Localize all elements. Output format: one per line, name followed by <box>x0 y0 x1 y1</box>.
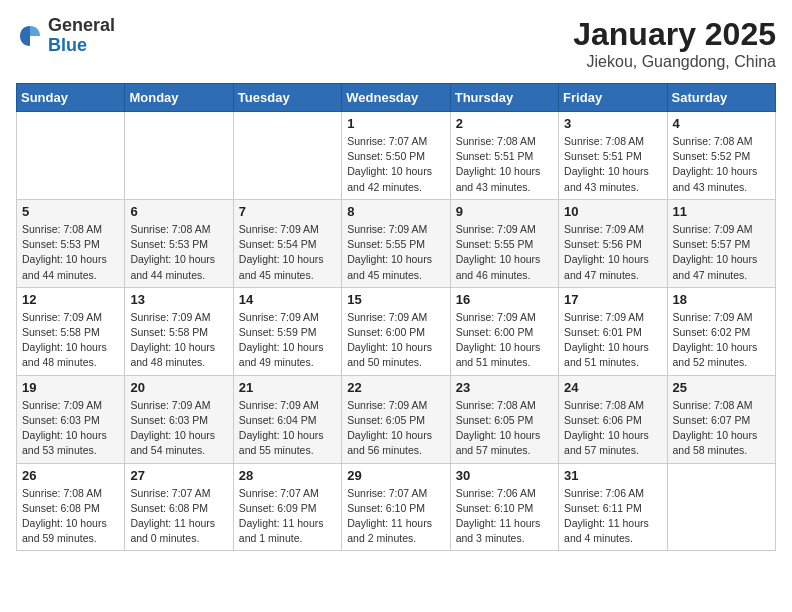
calendar-cell: 31Sunrise: 7:06 AM Sunset: 6:11 PM Dayli… <box>559 463 667 551</box>
day-number: 11 <box>673 204 770 219</box>
day-info: Sunrise: 7:09 AM Sunset: 5:55 PM Dayligh… <box>456 222 553 283</box>
calendar-cell: 30Sunrise: 7:06 AM Sunset: 6:10 PM Dayli… <box>450 463 558 551</box>
calendar-cell <box>17 112 125 200</box>
day-number: 1 <box>347 116 444 131</box>
day-info: Sunrise: 7:08 AM Sunset: 5:53 PM Dayligh… <box>22 222 119 283</box>
day-info: Sunrise: 7:08 AM Sunset: 6:06 PM Dayligh… <box>564 398 661 459</box>
day-number: 4 <box>673 116 770 131</box>
day-info: Sunrise: 7:09 AM Sunset: 5:57 PM Dayligh… <box>673 222 770 283</box>
day-number: 8 <box>347 204 444 219</box>
day-number: 13 <box>130 292 227 307</box>
calendar-cell: 6Sunrise: 7:08 AM Sunset: 5:53 PM Daylig… <box>125 199 233 287</box>
day-info: Sunrise: 7:09 AM Sunset: 6:01 PM Dayligh… <box>564 310 661 371</box>
calendar-cell: 23Sunrise: 7:08 AM Sunset: 6:05 PM Dayli… <box>450 375 558 463</box>
calendar-cell: 11Sunrise: 7:09 AM Sunset: 5:57 PM Dayli… <box>667 199 775 287</box>
logo: General Blue <box>16 16 115 56</box>
calendar-cell: 26Sunrise: 7:08 AM Sunset: 6:08 PM Dayli… <box>17 463 125 551</box>
weekday-header: Friday <box>559 84 667 112</box>
logo-icon <box>16 22 44 50</box>
calendar-cell <box>233 112 341 200</box>
day-number: 30 <box>456 468 553 483</box>
page-header: General Blue January 2025 Jiekou, Guangd… <box>16 16 776 71</box>
day-info: Sunrise: 7:09 AM Sunset: 6:02 PM Dayligh… <box>673 310 770 371</box>
day-info: Sunrise: 7:08 AM Sunset: 5:51 PM Dayligh… <box>564 134 661 195</box>
day-number: 16 <box>456 292 553 307</box>
calendar-cell: 13Sunrise: 7:09 AM Sunset: 5:58 PM Dayli… <box>125 287 233 375</box>
page-subtitle: Jiekou, Guangdong, China <box>573 53 776 71</box>
calendar-cell: 19Sunrise: 7:09 AM Sunset: 6:03 PM Dayli… <box>17 375 125 463</box>
day-number: 31 <box>564 468 661 483</box>
day-number: 18 <box>673 292 770 307</box>
calendar-week-row: 1Sunrise: 7:07 AM Sunset: 5:50 PM Daylig… <box>17 112 776 200</box>
calendar-cell: 16Sunrise: 7:09 AM Sunset: 6:00 PM Dayli… <box>450 287 558 375</box>
weekday-header: Sunday <box>17 84 125 112</box>
calendar-cell: 2Sunrise: 7:08 AM Sunset: 5:51 PM Daylig… <box>450 112 558 200</box>
day-number: 22 <box>347 380 444 395</box>
day-number: 26 <box>22 468 119 483</box>
day-number: 10 <box>564 204 661 219</box>
calendar-week-row: 19Sunrise: 7:09 AM Sunset: 6:03 PM Dayli… <box>17 375 776 463</box>
day-info: Sunrise: 7:07 AM Sunset: 6:08 PM Dayligh… <box>130 486 227 547</box>
calendar-cell: 24Sunrise: 7:08 AM Sunset: 6:06 PM Dayli… <box>559 375 667 463</box>
day-info: Sunrise: 7:07 AM Sunset: 6:09 PM Dayligh… <box>239 486 336 547</box>
day-number: 17 <box>564 292 661 307</box>
calendar-week-row: 12Sunrise: 7:09 AM Sunset: 5:58 PM Dayli… <box>17 287 776 375</box>
day-info: Sunrise: 7:07 AM Sunset: 6:10 PM Dayligh… <box>347 486 444 547</box>
day-number: 25 <box>673 380 770 395</box>
weekday-header: Tuesday <box>233 84 341 112</box>
day-info: Sunrise: 7:09 AM Sunset: 6:00 PM Dayligh… <box>347 310 444 371</box>
day-number: 2 <box>456 116 553 131</box>
calendar-cell: 18Sunrise: 7:09 AM Sunset: 6:02 PM Dayli… <box>667 287 775 375</box>
calendar-cell: 8Sunrise: 7:09 AM Sunset: 5:55 PM Daylig… <box>342 199 450 287</box>
day-number: 7 <box>239 204 336 219</box>
calendar-cell: 9Sunrise: 7:09 AM Sunset: 5:55 PM Daylig… <box>450 199 558 287</box>
calendar-header-row: SundayMondayTuesdayWednesdayThursdayFrid… <box>17 84 776 112</box>
day-info: Sunrise: 7:09 AM Sunset: 5:59 PM Dayligh… <box>239 310 336 371</box>
logo-text: General Blue <box>48 16 115 56</box>
day-number: 5 <box>22 204 119 219</box>
weekday-header: Saturday <box>667 84 775 112</box>
day-info: Sunrise: 7:09 AM Sunset: 5:54 PM Dayligh… <box>239 222 336 283</box>
day-number: 23 <box>456 380 553 395</box>
day-number: 6 <box>130 204 227 219</box>
weekday-header: Thursday <box>450 84 558 112</box>
day-number: 24 <box>564 380 661 395</box>
day-info: Sunrise: 7:08 AM Sunset: 6:05 PM Dayligh… <box>456 398 553 459</box>
day-info: Sunrise: 7:08 AM Sunset: 5:53 PM Dayligh… <box>130 222 227 283</box>
calendar-cell: 27Sunrise: 7:07 AM Sunset: 6:08 PM Dayli… <box>125 463 233 551</box>
weekday-header: Monday <box>125 84 233 112</box>
calendar-cell: 29Sunrise: 7:07 AM Sunset: 6:10 PM Dayli… <box>342 463 450 551</box>
day-info: Sunrise: 7:08 AM Sunset: 5:52 PM Dayligh… <box>673 134 770 195</box>
day-number: 15 <box>347 292 444 307</box>
day-number: 14 <box>239 292 336 307</box>
calendar-cell: 1Sunrise: 7:07 AM Sunset: 5:50 PM Daylig… <box>342 112 450 200</box>
day-number: 29 <box>347 468 444 483</box>
day-number: 3 <box>564 116 661 131</box>
day-info: Sunrise: 7:08 AM Sunset: 6:07 PM Dayligh… <box>673 398 770 459</box>
day-info: Sunrise: 7:09 AM Sunset: 6:05 PM Dayligh… <box>347 398 444 459</box>
day-number: 21 <box>239 380 336 395</box>
calendar-cell: 20Sunrise: 7:09 AM Sunset: 6:03 PM Dayli… <box>125 375 233 463</box>
day-info: Sunrise: 7:06 AM Sunset: 6:10 PM Dayligh… <box>456 486 553 547</box>
day-info: Sunrise: 7:09 AM Sunset: 6:04 PM Dayligh… <box>239 398 336 459</box>
calendar-cell: 3Sunrise: 7:08 AM Sunset: 5:51 PM Daylig… <box>559 112 667 200</box>
day-info: Sunrise: 7:09 AM Sunset: 5:58 PM Dayligh… <box>130 310 227 371</box>
calendar-week-row: 26Sunrise: 7:08 AM Sunset: 6:08 PM Dayli… <box>17 463 776 551</box>
calendar-cell: 22Sunrise: 7:09 AM Sunset: 6:05 PM Dayli… <box>342 375 450 463</box>
calendar-cell: 17Sunrise: 7:09 AM Sunset: 6:01 PM Dayli… <box>559 287 667 375</box>
day-info: Sunrise: 7:07 AM Sunset: 5:50 PM Dayligh… <box>347 134 444 195</box>
day-info: Sunrise: 7:08 AM Sunset: 5:51 PM Dayligh… <box>456 134 553 195</box>
calendar-cell: 25Sunrise: 7:08 AM Sunset: 6:07 PM Dayli… <box>667 375 775 463</box>
day-info: Sunrise: 7:09 AM Sunset: 5:55 PM Dayligh… <box>347 222 444 283</box>
logo-blue: Blue <box>48 35 87 55</box>
day-info: Sunrise: 7:06 AM Sunset: 6:11 PM Dayligh… <box>564 486 661 547</box>
calendar-cell: 28Sunrise: 7:07 AM Sunset: 6:09 PM Dayli… <box>233 463 341 551</box>
weekday-header: Wednesday <box>342 84 450 112</box>
calendar-cell: 14Sunrise: 7:09 AM Sunset: 5:59 PM Dayli… <box>233 287 341 375</box>
calendar-cell: 7Sunrise: 7:09 AM Sunset: 5:54 PM Daylig… <box>233 199 341 287</box>
day-info: Sunrise: 7:09 AM Sunset: 6:03 PM Dayligh… <box>130 398 227 459</box>
title-block: January 2025 Jiekou, Guangdong, China <box>573 16 776 71</box>
calendar-cell: 4Sunrise: 7:08 AM Sunset: 5:52 PM Daylig… <box>667 112 775 200</box>
calendar-cell <box>125 112 233 200</box>
page-title: January 2025 <box>573 16 776 53</box>
